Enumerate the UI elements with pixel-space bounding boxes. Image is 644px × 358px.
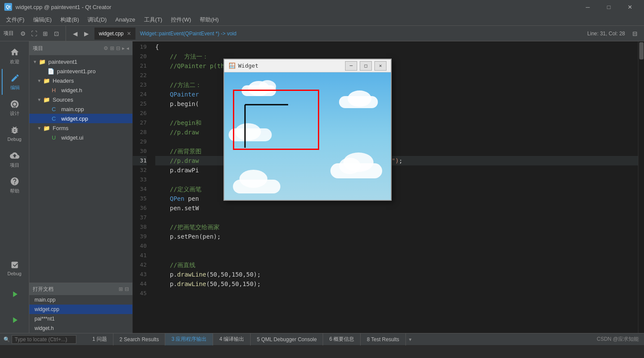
status-search[interactable]: 🔍 [0, 335, 86, 344]
code-line-41 [155, 251, 638, 260]
status-tab-problems[interactable]: 1 问题 [86, 333, 113, 346]
menu-help[interactable]: 帮助(H) [195, 14, 223, 25]
sidebar-item-welcome[interactable]: 欢迎 [2, 43, 28, 69]
menu-build[interactable]: 构建(B) [56, 14, 83, 25]
editor-area[interactable]: 1920212223 2425262728 2930313233 3435363… [133, 41, 644, 333]
scrollbar-thumb[interactable] [639, 42, 644, 59]
code-content[interactable]: { // 方法一： //QPainter p(this); //方法二： QPa… [150, 41, 638, 333]
sidebar-item-project[interactable]: 项目 [2, 146, 28, 172]
tab-close-icon[interactable]: ✕ [127, 31, 131, 37]
main-content: 欢迎 编辑 设计 Debug 项目 帮助 Debug [0, 41, 644, 333]
file-panel: 项目 ⚙ ⊞ ⊟ ▸ ◂ ▼ 📁 paintevent1 📄 painteven… [29, 41, 133, 333]
expand-icon[interactable]: ▸ [122, 45, 125, 51]
sidebar-item-design[interactable]: 设计 [2, 95, 28, 121]
status-tabs-arrow[interactable]: ▾ [406, 336, 415, 342]
sidebar-debug-run-button[interactable] [2, 307, 28, 333]
menu-file[interactable]: 文件(F) [2, 14, 29, 25]
open-doc-widget-cpp[interactable]: widget.cpp [29, 305, 132, 314]
code-line-43: p.drawLine(50,50,150,50); [155, 270, 638, 279]
toolbar-btn-3[interactable]: ⊞ [40, 28, 51, 39]
sidebar-item-debug[interactable]: Debug [2, 121, 28, 146]
tree-pro-file[interactable]: 📄 paintevent1.pro [29, 66, 132, 76]
open-docs-section: 打开文档 ⊞ ⊟ main.cpp widget.cpp pai***nt1 w… [29, 283, 132, 333]
widget-close-btn[interactable]: ✕ [374, 61, 386, 71]
filter-icon[interactable]: ⚙ [104, 45, 108, 51]
widget-win-controls: ─ □ ✕ [345, 61, 386, 71]
widget-max-btn[interactable]: □ [360, 61, 372, 71]
status-tab-test-results[interactable]: 8 Test Results [361, 333, 405, 346]
widget-content [224, 72, 391, 200]
tree-project-label: paintevent1 [48, 59, 77, 65]
code-line-36: pen.setW [155, 203, 638, 213]
sidebar-item-debug-bottom[interactable]: Debug [2, 255, 28, 281]
widget-title-left: 🪟 Widget [229, 61, 258, 71]
tree-widget-cpp[interactable]: C widget.cpp [29, 114, 132, 123]
tree-headers[interactable]: ▼ 📁 Headers [29, 76, 132, 85]
tree-widget-ui[interactable]: U widget.ui [29, 133, 132, 142]
tree-sources-label: Sources [53, 97, 73, 103]
maximize-button[interactable]: □ [599, 0, 619, 14]
status-tab-summary[interactable]: 6 概要信息 [323, 333, 361, 346]
tree-widget-cpp-label: widget.cpp [61, 115, 88, 122]
window-title: widget.cpp @ paintevent1 - Qt Creator [16, 4, 578, 10]
widget-app-icon: 🪟 [229, 61, 236, 71]
split-button[interactable]: ⊟ [629, 28, 641, 39]
open-doc-main-cpp[interactable]: main.cpp [29, 295, 132, 305]
open-docs-close[interactable]: ⊟ [125, 286, 129, 292]
nav-forward[interactable]: ▶ [81, 28, 92, 39]
toolbar-btn-1[interactable]: ⚙ [17, 28, 28, 39]
file-panel-header: 项目 ⚙ ⊞ ⊟ ▸ ◂ [29, 41, 132, 55]
close-panel-icon[interactable]: ⊟ [116, 45, 120, 51]
tree-main-cpp-label: main.cpp [61, 106, 84, 112]
tree-pro-label: paintevent1.pro [57, 68, 96, 75]
tree-widget-h[interactable]: H widget.h [29, 85, 132, 95]
open-docs-expand[interactable]: ⊞ [119, 286, 123, 292]
status-tab-qml-debugger[interactable]: 5 QML Debugger Console [251, 333, 323, 346]
code-line-19: { [155, 42, 638, 52]
locate-input[interactable] [12, 335, 76, 344]
menu-debug[interactable]: 调试(D) [83, 14, 111, 25]
code-line-42: //画直线 [155, 260, 638, 270]
open-doc-main-cpp-label: main.cpp [35, 297, 56, 303]
open-doc-pai-nt1[interactable]: pai***nt1 [29, 314, 132, 324]
editor-tab-active[interactable]: widget.cpp ✕ [94, 28, 135, 40]
minimize-button[interactable]: ─ [578, 0, 597, 14]
menu-controls[interactable]: 控件(W) [166, 14, 195, 25]
sidebar-item-help[interactable]: 帮助 [2, 172, 28, 198]
toolbar: 项目 ⚙ ⛶ ⊞ ⊡ ◀ ▶ widget.cpp ✕ Widget::pain… [0, 26, 644, 41]
toolbar-btn-2[interactable]: ⛶ [28, 28, 40, 39]
sync-icon[interactable]: ⊞ [110, 45, 114, 51]
sidebar: 欢迎 编辑 设计 Debug 项目 帮助 Debug [0, 41, 29, 333]
open-doc-widget-h-label: widget.h [35, 325, 54, 331]
sidebar-design-label: 设计 [10, 110, 19, 117]
sidebar-run-button[interactable] [2, 281, 28, 307]
toolbar-btn-4[interactable]: ⊡ [51, 28, 62, 39]
open-docs-title: 打开文档 [33, 286, 53, 293]
drawing-lines [224, 72, 391, 200]
sidebar-edit-label: 编辑 [10, 84, 20, 91]
nav-back[interactable]: ◀ [69, 28, 81, 39]
open-docs-header: 打开文档 ⊞ ⊟ [29, 283, 132, 295]
tree-forms-label: Forms [53, 125, 69, 131]
status-tab-compile-output[interactable]: 4 编译输出 [213, 333, 251, 346]
widget-window[interactable]: 🪟 Widget ─ □ ✕ [223, 59, 392, 201]
code-line-45 [155, 289, 638, 298]
collapse-icon[interactable]: ◂ [126, 45, 129, 51]
widget-min-btn[interactable]: ─ [345, 61, 357, 71]
menu-analyze[interactable]: Analyze [111, 15, 139, 25]
tree-main-cpp[interactable]: C main.cpp [29, 104, 132, 114]
editor-scrollbar[interactable] [638, 41, 644, 333]
tree-sources[interactable]: ▼ 📁 Sources [29, 95, 132, 104]
menu-edit[interactable]: 编辑(E) [29, 14, 56, 25]
tree-widget-ui-label: widget.ui [61, 134, 83, 141]
sidebar-item-edit[interactable]: 编辑 [2, 69, 28, 95]
tree-project[interactable]: ▼ 📁 paintevent1 [29, 57, 132, 66]
status-tab-search-results[interactable]: 2 Search Results [113, 333, 165, 346]
tree-forms[interactable]: ▼ 📁 Forms [29, 123, 132, 133]
status-tab-app-output[interactable]: 3 应用程序输出 [165, 333, 213, 346]
code-line-40 [155, 241, 638, 251]
open-doc-widget-h[interactable]: widget.h [29, 324, 132, 333]
menu-tools[interactable]: 工具(T) [140, 14, 167, 25]
line-numbers: 1920212223 2425262728 2930313233 3435363… [133, 41, 150, 333]
close-button[interactable]: ✕ [620, 0, 640, 14]
